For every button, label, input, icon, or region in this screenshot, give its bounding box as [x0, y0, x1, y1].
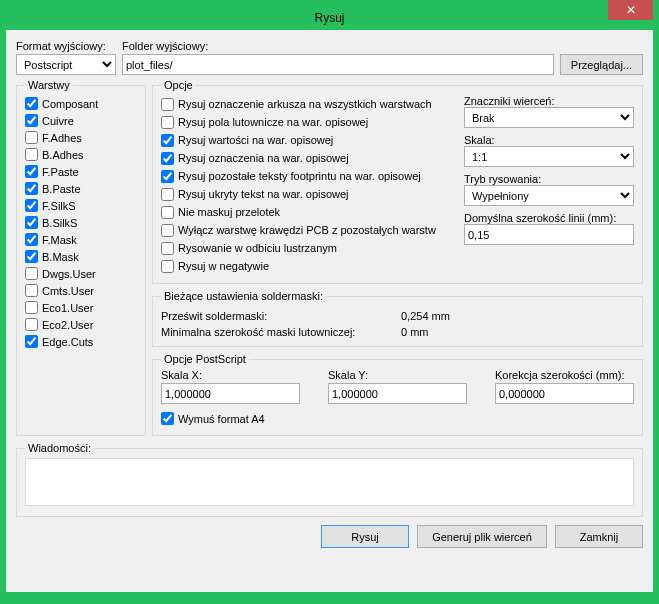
layer-item[interactable]: F.Mask [25, 231, 137, 248]
layer-label: Edge.Cuts [42, 336, 93, 348]
titlebar: Rysuj ✕ [6, 6, 653, 30]
layer-checkbox[interactable] [25, 301, 38, 314]
layer-item[interactable]: Composant [25, 95, 137, 112]
widthcorr-label: Korekcja szerokości (mm): [495, 369, 634, 381]
layer-checkbox[interactable] [25, 318, 38, 331]
layer-checkbox[interactable] [25, 233, 38, 246]
option-checkbox[interactable] [161, 260, 174, 273]
layer-item[interactable]: Eco1.User [25, 299, 137, 316]
option-label: Wyłącz warstwę krawędzi PCB z pozostałyc… [178, 224, 436, 236]
options-group: Opcje Rysuj oznaczenie arkusza na wszyst… [152, 79, 643, 284]
folder-input[interactable] [122, 54, 554, 75]
scaley-input[interactable] [328, 383, 467, 404]
layer-checkbox[interactable] [25, 165, 38, 178]
option-checkbox[interactable] [161, 152, 174, 165]
format-select[interactable]: Postscript [16, 54, 116, 75]
layer-label: Cuivre [42, 115, 74, 127]
option-checkbox[interactable] [161, 170, 174, 183]
option-checkbox[interactable] [161, 98, 174, 111]
option-label: Rysuj pozostałe teksty footprintu na war… [178, 170, 421, 182]
widthcorr-input[interactable] [495, 383, 634, 404]
generate-drill-button[interactable]: Generuj plik wierceń [417, 525, 547, 548]
option-item[interactable]: Rysuj pola lutownicze na war. opisowej [161, 113, 456, 131]
layer-checkbox[interactable] [25, 182, 38, 195]
layer-checkbox[interactable] [25, 216, 38, 229]
scaley-label: Skala Y: [328, 369, 467, 381]
layer-label: B.SilkS [42, 217, 77, 229]
option-label: Rysuj oznaczenia na war. opisowej [178, 152, 349, 164]
messages-group: Wiadomości: [16, 442, 643, 517]
option-checkbox[interactable] [161, 134, 174, 147]
layer-checkbox[interactable] [25, 250, 38, 263]
layer-checkbox[interactable] [25, 131, 38, 144]
option-item[interactable]: Rysuj wartości na war. opisowej [161, 131, 456, 149]
layer-item[interactable]: Cuivre [25, 112, 137, 129]
clearance-value: 0,254 mm [401, 310, 450, 322]
layers-group: Warstwy ComposantCuivreF.AdhesB.AdhesF.P… [16, 79, 146, 436]
layer-item[interactable]: Edge.Cuts [25, 333, 137, 350]
close-dialog-button[interactable]: Zamknij [555, 525, 643, 548]
option-item[interactable]: Rysowanie w odbiciu lustrzanym [161, 239, 456, 257]
layer-item[interactable]: F.SilkS [25, 197, 137, 214]
option-item[interactable]: Nie maskuj przelotek [161, 203, 456, 221]
layer-checkbox[interactable] [25, 335, 38, 348]
scale-select[interactable]: 1:1 [464, 146, 634, 167]
forcea4-checkbox[interactable] [161, 412, 174, 425]
layer-label: Dwgs.User [42, 268, 96, 280]
plot-button[interactable]: Rysuj [321, 525, 409, 548]
layer-item[interactable]: F.Paste [25, 163, 137, 180]
option-checkbox[interactable] [161, 188, 174, 201]
layer-item[interactable]: B.Adhes [25, 146, 137, 163]
layer-checkbox[interactable] [25, 284, 38, 297]
layer-checkbox[interactable] [25, 267, 38, 280]
soldermask-group: Bieżące ustawienia soldermaski: Prześwit… [152, 290, 643, 347]
drillmarks-select[interactable]: Brak [464, 107, 634, 128]
option-checkbox[interactable] [161, 224, 174, 237]
forcea4-label: Wymuś format A4 [178, 413, 265, 425]
format-label: Format wyjściowy: [16, 40, 116, 52]
messages-textarea[interactable] [25, 458, 634, 506]
layer-item[interactable]: Cmts.User [25, 282, 137, 299]
close-button[interactable]: ✕ [608, 0, 653, 20]
browse-button[interactable]: Przeglądaj... [560, 54, 643, 75]
option-item[interactable]: Rysuj oznaczenie arkusza na wszystkich w… [161, 95, 456, 113]
option-item[interactable]: Rysuj pozostałe teksty footprintu na war… [161, 167, 456, 185]
plotmode-select[interactable]: Wypełniony [464, 185, 634, 206]
layer-checkbox[interactable] [25, 148, 38, 161]
option-item[interactable]: Rysuj oznaczenia na war. opisowej [161, 149, 456, 167]
option-checkbox[interactable] [161, 206, 174, 219]
option-label: Rysuj ukryty tekst na war. opisowej [178, 188, 349, 200]
option-label: Rysuj pola lutownicze na war. opisowej [178, 116, 368, 128]
layer-item[interactable]: B.Mask [25, 248, 137, 265]
postscript-group: Opcje PostScript Skala X: Skala Y: Korek… [152, 353, 643, 436]
close-icon: ✕ [626, 3, 636, 17]
option-item[interactable]: Rysuj ukryty tekst na war. opisowej [161, 185, 456, 203]
layer-label: Cmts.User [42, 285, 94, 297]
option-checkbox[interactable] [161, 242, 174, 255]
linewidth-input[interactable] [464, 224, 634, 245]
option-item[interactable]: Wyłącz warstwę krawędzi PCB z pozostałyc… [161, 221, 456, 239]
folder-label: Folder wyjściowy: [122, 40, 554, 52]
scalex-input[interactable] [161, 383, 300, 404]
layer-checkbox[interactable] [25, 114, 38, 127]
layer-label: B.Mask [42, 251, 79, 263]
option-item[interactable]: Rysuj w negatywie [161, 257, 456, 275]
option-checkbox[interactable] [161, 116, 174, 129]
layer-label: F.Adhes [42, 132, 82, 144]
layer-item[interactable]: Eco2.User [25, 316, 137, 333]
layer-item[interactable]: B.Paste [25, 180, 137, 197]
layer-checkbox[interactable] [25, 97, 38, 110]
minwidth-label: Minimalna szerokość maski lutowniczej: [161, 326, 401, 338]
window-title: Rysuj [314, 11, 344, 25]
option-label: Rysuj w negatywie [178, 260, 269, 272]
layer-item[interactable]: Dwgs.User [25, 265, 137, 282]
layer-checkbox[interactable] [25, 199, 38, 212]
layers-legend: Warstwy [25, 79, 73, 91]
layer-item[interactable]: B.SilkS [25, 214, 137, 231]
options-legend: Opcje [161, 79, 196, 91]
drillmarks-label: Znaczniki wierceń: [464, 95, 634, 107]
layer-item[interactable]: F.Adhes [25, 129, 137, 146]
window-body: Format wyjściowy: Postscript Folder wyjś… [6, 30, 653, 592]
messages-legend: Wiadomości: [25, 442, 94, 454]
layer-label: Eco2.User [42, 319, 93, 331]
